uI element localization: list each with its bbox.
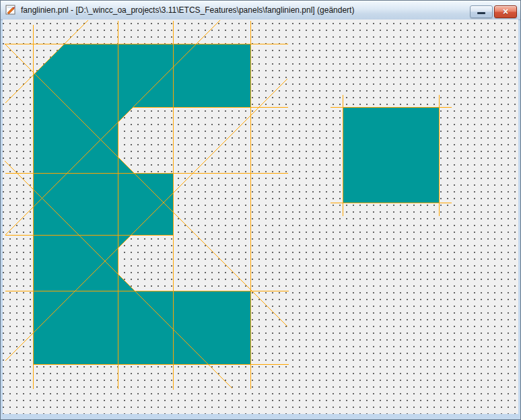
minimize-button[interactable] [470,5,493,18]
window-icon [5,5,17,15]
close-icon: × [495,6,516,18]
close-button[interactable]: × [494,5,517,18]
window-title: fanglinien.pnl - [D:\_wincc_oa_projects\… [21,1,354,20]
shape-square[interactable] [343,107,439,203]
panel-editor-window: fanglinien.pnl - [D:\_wincc_oa_projects\… [0,0,521,420]
title-bar[interactable]: fanglinien.pnl - [D:\_wincc_oa_projects\… [1,1,520,20]
drawing-layer [3,20,518,414]
panel-canvas[interactable] [3,20,518,414]
minimize-icon [477,12,485,14]
shape-letter-e[interactable] [33,44,250,364]
